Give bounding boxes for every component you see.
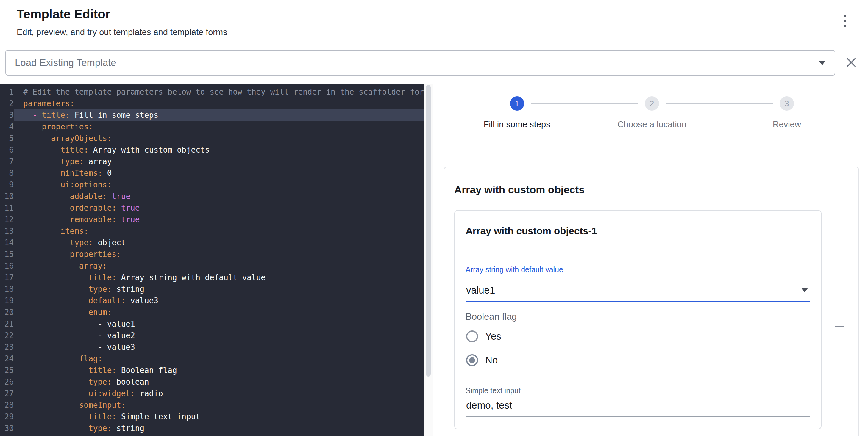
editor-line[interactable]: 25 title: Boolean flag	[0, 365, 424, 376]
radio-unchecked-icon	[466, 330, 478, 342]
editor-code: 1# Edit the template parameters below to…	[0, 86, 424, 434]
line-code: items:	[14, 226, 424, 237]
radio-option-label: Yes	[485, 331, 501, 342]
line-code: minItems: 0	[14, 167, 424, 179]
array-string-select[interactable]: value1	[466, 276, 810, 302]
editor-line[interactable]: 8 minItems: 0	[0, 167, 424, 179]
line-number: 6	[0, 144, 14, 156]
editor-line[interactable]: 29 title: Simple text input	[0, 411, 424, 423]
more-options-button[interactable]	[835, 11, 854, 30]
editor-scrollbar[interactable]	[424, 84, 433, 436]
simple-text-field: Simple text input demo, test	[466, 386, 810, 417]
step-number-badge: 3	[780, 96, 794, 111]
radio-option-no[interactable]: No	[466, 348, 810, 372]
editor-line[interactable]: 23 - value3	[0, 341, 424, 353]
line-code: default: value3	[14, 295, 424, 307]
array-string-field: Array string with default value value1	[466, 265, 810, 302]
clear-template-button[interactable]	[842, 54, 860, 71]
line-code: ui:widget: radio	[14, 388, 424, 399]
line-code: type: boolean	[14, 376, 424, 388]
line-code: orderable: true	[14, 202, 424, 214]
editor-line[interactable]: 22 - value2	[0, 330, 424, 341]
editor-line[interactable]: 28 someInput:	[0, 399, 424, 411]
line-code: type: object	[14, 237, 424, 248]
kebab-icon	[844, 14, 846, 17]
stepper-connector	[665, 103, 773, 104]
editor-line[interactable]: 3 - title: Fill in some steps	[0, 109, 424, 121]
kebab-icon	[844, 25, 846, 27]
line-number: 18	[0, 283, 14, 295]
simple-text-input[interactable]: demo, test	[466, 395, 810, 417]
editor-line[interactable]: 30 type: string	[0, 423, 424, 434]
scrollbar-thumb[interactable]	[426, 85, 431, 376]
form-section-title: Array with custom objects	[454, 184, 848, 196]
boolean-flag-options: YesNo	[466, 325, 810, 372]
editor-line[interactable]: 10 addable: true	[0, 191, 424, 202]
line-number: 5	[0, 133, 14, 144]
editor-line[interactable]: 20 enum:	[0, 307, 424, 318]
editor-line[interactable]: 6 title: Array with custom objects	[0, 144, 424, 156]
array-string-label: Array string with default value	[466, 265, 810, 274]
radio-option-yes[interactable]: Yes	[466, 325, 810, 348]
line-number: 27	[0, 388, 14, 399]
boolean-flag-label: Boolean flag	[466, 311, 810, 322]
line-number: 8	[0, 167, 14, 179]
dropdown-caret-icon	[818, 61, 826, 65]
line-code: - value3	[14, 341, 424, 353]
line-number: 11	[0, 202, 14, 214]
editor-line[interactable]: 16 array:	[0, 260, 424, 272]
editor-line[interactable]: 14 type: object	[0, 237, 424, 248]
load-template-placeholder: Load Existing Template	[15, 57, 116, 68]
editor-line[interactable]: 1# Edit the template parameters below to…	[0, 86, 424, 98]
editor-line[interactable]: 13 items:	[0, 226, 424, 237]
editor-line[interactable]: 2parameters:	[0, 98, 424, 109]
editor-line[interactable]: 5 arrayObjects:	[0, 133, 424, 144]
line-number: 15	[0, 248, 14, 260]
step-review[interactable]: 3Review	[719, 96, 854, 143]
line-number: 4	[0, 121, 14, 133]
line-number: 30	[0, 423, 14, 434]
yaml-editor[interactable]: 1# Edit the template parameters below to…	[0, 84, 424, 436]
line-code: properties:	[14, 121, 424, 133]
editor-line[interactable]: 24 flag:	[0, 353, 424, 365]
editor-line[interactable]: 9 ui:options:	[0, 179, 424, 191]
line-number: 7	[0, 156, 14, 167]
editor-line[interactable]: 4 properties:	[0, 121, 424, 133]
step-choose-a-location[interactable]: 2Choose a location	[584, 96, 719, 143]
line-code: properties:	[14, 248, 424, 260]
main-split: 1# Edit the template parameters below to…	[0, 84, 868, 436]
editor-line[interactable]: 17 title: Array string with default valu…	[0, 272, 424, 283]
editor-line[interactable]: 19 default: value3	[0, 295, 424, 307]
editor-line[interactable]: 11 orderable: true	[0, 202, 424, 214]
editor-line[interactable]: 12 removable: true	[0, 214, 424, 226]
array-item-title: Array with custom objects-1	[466, 226, 810, 237]
editor-line[interactable]: 27 ui:widget: radio	[0, 388, 424, 399]
line-number: 16	[0, 260, 14, 272]
editor-line[interactable]: 26 type: boolean	[0, 376, 424, 388]
preview-pane: 1Fill in some steps2Choose a location3Re…	[433, 84, 868, 436]
editor-line[interactable]: 15 properties:	[0, 248, 424, 260]
remove-item-button[interactable]	[831, 318, 848, 335]
load-template-select[interactable]: Load Existing Template	[5, 50, 835, 75]
editor-line[interactable]: 18 type: string	[0, 283, 424, 295]
line-code: title: Array with custom objects	[14, 144, 424, 156]
line-number: 17	[0, 272, 14, 283]
stepper: 1Fill in some steps2Choose a location3Re…	[450, 96, 854, 143]
line-number: 10	[0, 191, 14, 202]
stepper-divider	[433, 145, 868, 145]
line-number: 25	[0, 365, 14, 376]
line-code: removable: true	[14, 214, 424, 226]
array-string-value: value1	[466, 284, 495, 296]
line-code: type: string	[14, 283, 424, 295]
boolean-flag-field: Boolean flag YesNo	[466, 311, 810, 372]
step-label: Choose a location	[617, 120, 686, 129]
page-subtitle: Edit, preview, and try out templates and…	[17, 27, 227, 37]
editor-line[interactable]: 7 type: array	[0, 156, 424, 167]
line-code: title: Simple text input	[14, 411, 424, 423]
line-code: enum:	[14, 307, 424, 318]
line-code: - title: Fill in some steps	[14, 109, 424, 121]
editor-line[interactable]: 21 - value1	[0, 318, 424, 330]
step-fill-in-some-steps[interactable]: 1Fill in some steps	[450, 96, 584, 143]
array-item-card: Array with custom objects-1 Array string…	[454, 210, 822, 430]
simple-text-value: demo, test	[466, 400, 512, 411]
